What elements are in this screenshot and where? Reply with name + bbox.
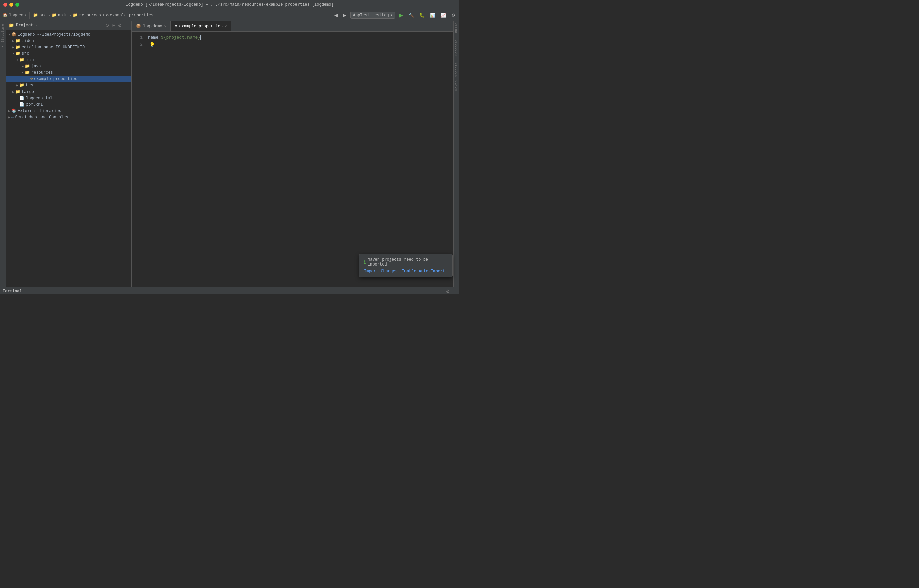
project-panel: 📁 Project ▾ ⟳ ⊟ ⚙ — ▾ 📦 logdemo ~/IdeaPr… <box>6 21 132 287</box>
left-side-strip: Structure ★ <box>0 21 6 287</box>
terminal-header-actions: ⚙ — <box>446 289 457 294</box>
project-panel-title: Project <box>16 23 33 28</box>
favorites-icon[interactable]: ★ <box>1 45 5 48</box>
debug-button[interactable]: 🐛 <box>418 12 426 18</box>
toolbar-main-label[interactable]: main <box>58 13 68 18</box>
tree-label-logdemo: logdemo ~/IdeaProjects/logdemo <box>18 32 90 37</box>
nav-forward-button[interactable]: ▶ <box>342 12 348 18</box>
tree-label-main: main <box>26 58 36 62</box>
toolbar-resources-label[interactable]: resources <box>79 13 101 18</box>
sync-button[interactable]: ⟳ <box>106 23 110 28</box>
window-title: logdemo [~/IdeaProjects/logdemo] – .../s… <box>126 2 333 7</box>
main-toolbar: 🏠 logdemo 📁 src › 📁 main › 📁 resources ›… <box>0 10 460 21</box>
maven-projects-label[interactable]: Maven Projects <box>455 62 458 90</box>
nav-back-button[interactable]: ◀ <box>333 12 339 18</box>
code-editor[interactable]: name=${project.name} 💡 <box>145 32 453 287</box>
project-title-arrow[interactable]: ▾ <box>35 23 37 27</box>
tab-example-properties-close[interactable]: ✕ <box>225 24 227 29</box>
expand-arrow-test: ▶ <box>15 84 19 87</box>
code-value: ${project.name} <box>161 34 200 41</box>
tree-item-scratches-consoles[interactable]: ▶ ✏ Scratches and Consoles <box>6 114 131 120</box>
settings-button[interactable]: ⚙ <box>450 12 457 18</box>
tree-item-main[interactable]: ▾ 📁 main <box>6 57 131 63</box>
structure-icon[interactable]: Structure <box>1 24 5 42</box>
folder-main-icon: 📁 <box>19 57 24 62</box>
path-sep-3: › <box>102 13 105 18</box>
tree-item-idea[interactable]: ▶ 📁 .idea <box>6 37 131 44</box>
xml-file-icon: 📄 <box>19 102 24 107</box>
enable-auto-import-link[interactable]: Enable Auto-Import <box>402 269 445 273</box>
tree-item-java[interactable]: ▶ 📁 java <box>6 63 131 69</box>
gear-icon[interactable]: ⚙ <box>118 23 122 28</box>
tree-item-src[interactable]: ▾ 📁 src <box>6 50 131 57</box>
tree-label-src: src <box>22 51 29 56</box>
expand-arrow-logdemo: ▾ <box>7 32 11 37</box>
tree-label-scratches-consoles: Scratches and Consoles <box>15 115 68 120</box>
right-sidebar: Build Database Maven Projects <box>453 21 460 287</box>
tree-label-logdemo-iml: logdemo.iml <box>26 96 52 100</box>
terminal-panel: Terminal ⚙ — → logdemo ✕ → logdemo <box>0 287 460 294</box>
window-controls <box>3 3 19 7</box>
tree-label-external-libraries: External Libraries <box>18 108 61 113</box>
minimize-button[interactable] <box>10 3 13 7</box>
terminal-header: Terminal ⚙ — <box>0 287 460 294</box>
toolbar-separator-1 <box>29 12 29 19</box>
expand-arrow-scratches: ▶ <box>7 115 11 120</box>
toolbar-file-label[interactable]: example.properties <box>110 13 154 18</box>
editor-content: 1 2 name=${project.name} 💡 <box>132 32 453 287</box>
tree-item-example-properties[interactable]: ▶ ⚙ example.properties <box>6 76 131 82</box>
tree-item-test[interactable]: ▶ 📁 test <box>6 82 131 89</box>
tab-log-demo-label: log-demo <box>143 24 162 29</box>
title-bar: logdemo [~/IdeaProjects/logdemo] – .../s… <box>0 0 460 10</box>
iml-file-icon: 📄 <box>19 95 24 100</box>
tab-log-demo-close[interactable]: ✕ <box>164 24 167 29</box>
tab-log-demo[interactable]: 📦 log-demo ✕ <box>132 21 171 31</box>
tree-item-target[interactable]: ▶ 📁 target <box>6 89 131 95</box>
expand-arrow-idea: ▶ <box>11 39 15 43</box>
coverage-button[interactable]: 📊 <box>429 12 437 18</box>
lightbulb-icon[interactable]: 💡 <box>149 41 155 48</box>
terminal-minimize-button[interactable]: — <box>452 289 457 294</box>
database-panel-label[interactable]: Database <box>455 40 458 56</box>
tree-item-external-libraries[interactable]: ▶ 📚 External Libraries <box>6 108 131 114</box>
expand-arrow-target: ▶ <box>11 90 15 94</box>
tree-item-resources[interactable]: ▾ 📁 resources <box>6 69 131 76</box>
import-changes-link[interactable]: Import Changes <box>364 269 398 273</box>
maven-notif-header: ℹ Maven projects need to be imported <box>364 257 448 267</box>
terminal-title: Terminal <box>3 289 22 294</box>
build-panel-label[interactable]: Build <box>455 23 458 33</box>
folder-idea-icon: 📁 <box>15 38 21 43</box>
maven-info-icon: ℹ <box>364 260 366 265</box>
build-button[interactable]: 🔨 <box>407 12 415 18</box>
code-key: name= <box>148 34 161 41</box>
code-line-1: name=${project.name} <box>148 34 453 41</box>
run-config-label: AppTest.testLog <box>353 13 389 18</box>
maven-notification: ℹ Maven projects need to be imported Imp… <box>359 254 453 277</box>
tree-label-resources: resources <box>31 70 53 75</box>
tree-item-logdemo-iml[interactable]: ▶ 📄 logdemo.iml <box>6 95 131 101</box>
file-icon: ⚙ <box>106 13 108 18</box>
toolbar-src-label[interactable]: src <box>39 13 47 18</box>
tree-item-catalina[interactable]: ▶ 📁 catalina.base_IS_UNDEFINED <box>6 44 131 50</box>
maven-notif-message: Maven projects need to be imported <box>367 257 448 267</box>
project-header-actions: ⟳ ⊟ ⚙ — <box>106 23 129 28</box>
tree-item-logdemo[interactable]: ▾ 📦 logdemo ~/IdeaProjects/logdemo <box>6 31 131 37</box>
tab-example-properties[interactable]: ⚙ example.properties ✕ <box>171 21 231 31</box>
tree-item-pom-xml[interactable]: ▶ 📄 pom.xml <box>6 101 131 108</box>
run-config-dropdown[interactable]: AppTest.testLog ▾ <box>351 12 395 19</box>
terminal-settings-button[interactable]: ⚙ <box>446 289 450 294</box>
run-button[interactable]: ▶ <box>398 11 404 19</box>
maximize-button[interactable] <box>15 3 19 7</box>
close-button[interactable] <box>3 3 7 7</box>
toolbar-project-label[interactable]: logdemo <box>9 13 26 18</box>
code-line-lightbulb: 💡 <box>148 41 453 48</box>
main-layout: Structure ★ 📁 Project ▾ ⟳ ⊟ ⚙ — ▾ 📦 logd… <box>0 21 460 287</box>
folder-test-icon: 📁 <box>19 83 24 88</box>
profile-button[interactable]: 📈 <box>439 12 447 18</box>
module-icon: 📦 <box>11 32 16 37</box>
tree-label-catalina: catalina.base_IS_UNDEFINED <box>22 45 84 50</box>
hide-panel-button[interactable]: — <box>124 23 129 28</box>
editor-tabs: 📦 log-demo ✕ ⚙ example.properties ✕ <box>132 21 453 32</box>
collapse-all-button[interactable]: ⊟ <box>112 23 116 28</box>
project-icon: 🏠 <box>3 13 8 18</box>
